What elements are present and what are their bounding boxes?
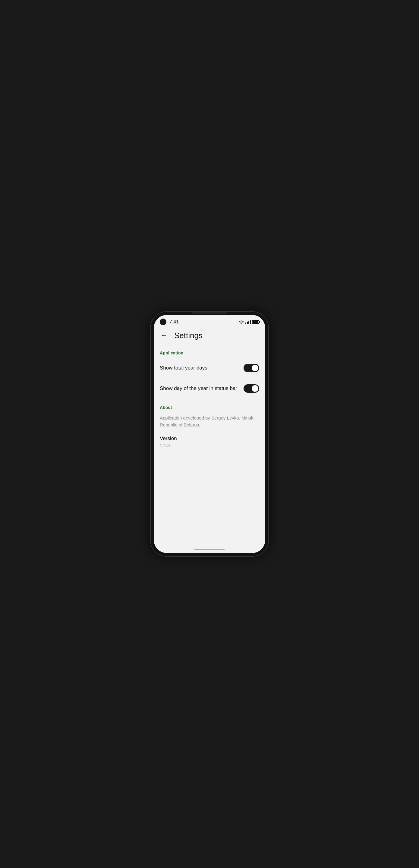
status-bar: 7:41 (154, 315, 265, 328)
status-left: 7:41 (160, 318, 179, 325)
phone-frame: 7:41 (151, 312, 268, 556)
show-day-of-year-row: Show day of the year in status bar (160, 378, 259, 399)
version-label: Version (160, 435, 259, 441)
status-icons (238, 320, 260, 324)
about-description: Application developed by Sergey Levko. M… (160, 415, 259, 428)
wifi-icon (238, 320, 244, 324)
svg-point-0 (241, 323, 241, 324)
toggle-knob-1 (252, 365, 258, 371)
back-arrow-icon: ← (161, 332, 167, 339)
show-total-year-days-toggle[interactable] (244, 364, 259, 372)
battery-fill (253, 321, 258, 323)
show-total-year-days-row: Show total year days (160, 358, 259, 378)
version-number: 1.1.8 (160, 443, 259, 448)
battery-icon (252, 320, 259, 324)
show-day-of-year-label: Show day of the year in status bar (160, 385, 244, 392)
screen-content: ← Settings Application Show total year d… (154, 328, 265, 553)
application-section: Application Show total year days Show da… (154, 346, 265, 399)
toolbar: ← Settings (154, 328, 265, 346)
status-time: 7:41 (170, 319, 179, 324)
signal-icon (245, 320, 251, 324)
back-button[interactable]: ← (158, 330, 170, 341)
notch (191, 312, 228, 314)
show-day-of-year-toggle[interactable] (244, 384, 259, 393)
application-section-header: Application (160, 350, 259, 355)
phone-screen: 7:41 (154, 315, 265, 553)
about-section-header: About (160, 405, 259, 410)
show-total-year-days-label: Show total year days (160, 365, 244, 371)
page-title: Settings (174, 331, 203, 340)
about-section: About Application developed by Sergey Le… (154, 399, 265, 448)
toggle-knob-2 (252, 385, 258, 392)
version-row: Version 1.1.8 (160, 435, 259, 448)
home-indicator (194, 549, 225, 550)
camera-dot (160, 318, 167, 325)
